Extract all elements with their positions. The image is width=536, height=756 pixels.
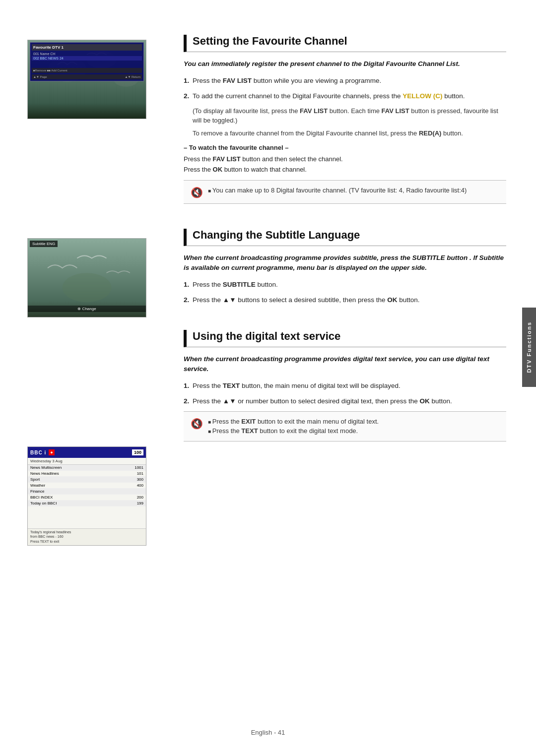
fav-tv-screen: Favourite DTV 1 001 Name CH 002 BBC NEWS… [27,40,146,119]
fav-note-box: 🔇 You can make up to 8 Digital favourite… [184,180,506,204]
side-tab-label-fixed: DTV Functions [526,321,532,373]
subtitle-step-2: 2. Press the ▲▼ buttons to select a desi… [184,295,506,305]
fav-row-empty [32,61,142,66]
spacer-1 [27,124,169,238]
right-column: Setting the Favourite Channel You can im… [169,0,536,551]
fav-list-inline-1: FAV LIST [300,107,328,115]
digital-footer: Today's regional headlinesfrom BBC news … [28,528,146,545]
digital-note-box: 🔇 Press the EXIT button to exit the main… [184,411,506,441]
digital-row-0: News Multiscreen1001 [28,465,146,471]
fav-row-1: 001 Name CH [32,52,142,56]
digital-row-4: Finance [28,489,146,495]
ok-btn-tip: OK [213,166,223,173]
section-favourite: Setting the Favourite Channel You can im… [184,35,506,204]
fav-list-inline-2: FAV LIST [382,107,409,115]
subtitle-label-text: Subtitle ENG [32,242,55,246]
fav-nav-bar: ▲▼ Page ▲▼ Return [32,74,142,79]
fav-bottom-bar: ■Remove ■■ Add Current [32,68,142,73]
left-column: Favourite DTV 1 001 Name CH 002 BBC NEWS… [0,0,169,551]
fav-screenshot: Favourite DTV 1 001 Name CH 002 BBC NEWS… [27,40,169,119]
fav-title-bar: Favourite DTV 1 [32,44,142,51]
channel-number: 100 [132,449,143,455]
ok-btn-subtitle: OK [387,296,397,304]
digital-row-3: Weather400 [28,483,146,489]
digital-row-2: Sport300 [28,477,146,483]
yellow-btn-label: YELLOW (C) [402,92,442,100]
digital-top-bar: BBC i ● 100 [28,447,146,458]
digital-steps-list: 1. Press the TEXT button, the main menu … [184,381,506,406]
digital-note-icon: 🔇 [191,418,203,430]
fav-remove-label: ■Remove ■■ Add Current [33,69,67,72]
fav-list-tip: FAV LIST [213,155,241,163]
digital-row-5: BBCI INDEX200 [28,495,146,501]
fav-tip-text-1: Press the FAV LIST button and then selec… [184,154,506,175]
fav-row-2: 002 BBC NEWS 24 [32,56,142,61]
digital-intro: When the current broadcasting programme … [184,354,506,375]
cbbc-icon: ● [49,449,54,455]
fav-sub-note-1: (To display all favourite list, press th… [193,106,506,126]
fav-steps-list: 1. Press the FAV LIST button while you a… [184,76,506,101]
page-footer: English - 41 [0,729,536,736]
fav-note-bullet: You can make up to 8 Digital favourite c… [208,186,467,195]
subtitle-label-overlay: Subtitle ENG [30,241,58,247]
digital-step-2: 2. Press the ▲▼ or number button to sele… [184,396,506,406]
subtitle-intro: When the current broadcasting programme … [184,253,506,273]
digital-step-2-num: 2. [184,396,189,406]
digital-note-content: Press the EXIT button to exit the main m… [208,417,379,436]
subtitle-steps-list: 1. Press the SUBTITLE button. 2. Press t… [184,280,506,305]
fav-page-label: ▲▼ Page [33,75,47,78]
digital-date: Wednesday 3 Aug [28,458,146,465]
digital-step-1-num: 1. [184,381,189,391]
fav-note-content: You can make up to 8 Digital favourite c… [208,186,467,195]
fav-section-title: Setting the Favourite Channel [184,35,506,52]
fav-tip-title: – To watch the favourite channel – [184,144,506,151]
note-icon: 🔇 [191,187,203,198]
fav-step-2-num: 2. [184,91,189,101]
fav-step-1-num: 1. [184,76,189,86]
side-tab-fixed: DTV Functions [522,308,536,387]
subtitle-step-1: 1. Press the SUBTITLE button. [184,280,506,290]
subtitle-section-title: Changing the Subtitle Language [184,229,506,246]
text-btn-label: TEXT [223,382,240,389]
fav-list-btn-label: FAV LIST [223,77,252,84]
fav-step-2: 2. To add the current channel to the Dig… [184,91,506,101]
fav-return-label: ▲▼ Return [125,75,140,78]
digital-note-bullet-2: Press the TEXT button to exit the digita… [208,426,379,436]
subtitle-change-label: ⊕ Change [77,307,96,311]
digital-tv-screen: BBC i ● 100 Wednesday 3 Aug News Multisc… [27,446,146,546]
page-content: DTV Functions Favourite DTV 1 [0,0,536,551]
ok-btn-digital: OK [419,397,429,405]
fav-sub-note-2: To remove a favourite channel from the D… [193,128,506,138]
digital-note-bullet-1: Press the EXIT button to exit the main m… [208,417,379,427]
bbc-logo: BBC i [30,450,46,455]
digital-screenshot: BBC i ● 100 Wednesday 3 Aug News Multisc… [27,446,169,546]
subtitle-step-2-num: 2. [184,295,189,305]
subtitle-tv-screen: Subtitle ENG ⊕ Change [27,238,146,317]
fav-step-1: 1. Press the FAV LIST button while you a… [184,76,506,86]
digital-section-title: Using the digital text service [184,330,506,347]
subtitle-screenshot: Subtitle ENG ⊕ Change [27,238,169,317]
fav-intro: You can immediately register the present… [184,59,506,69]
digital-row-1: News Headlines101 [28,471,146,477]
section-digital: Using the digital text service When the … [184,330,506,441]
spacer-2 [27,322,169,446]
svg-point-3 [63,273,112,302]
subtitle-btn-label: SUBTITLE [223,281,256,288]
subtitle-bottom: ⊕ Change [28,306,146,312]
red-btn-label: RED(A) [419,129,442,137]
digital-row-6: Today on BBCI199 [28,501,146,506]
section-subtitle: Changing the Subtitle Language When the … [184,229,506,305]
digital-step-1: 1. Press the TEXT button, the main menu … [184,381,506,391]
fav-overlay: Favourite DTV 1 001 Name CH 002 BBC NEWS… [30,42,144,81]
subtitle-step-1-num: 1. [184,280,189,290]
